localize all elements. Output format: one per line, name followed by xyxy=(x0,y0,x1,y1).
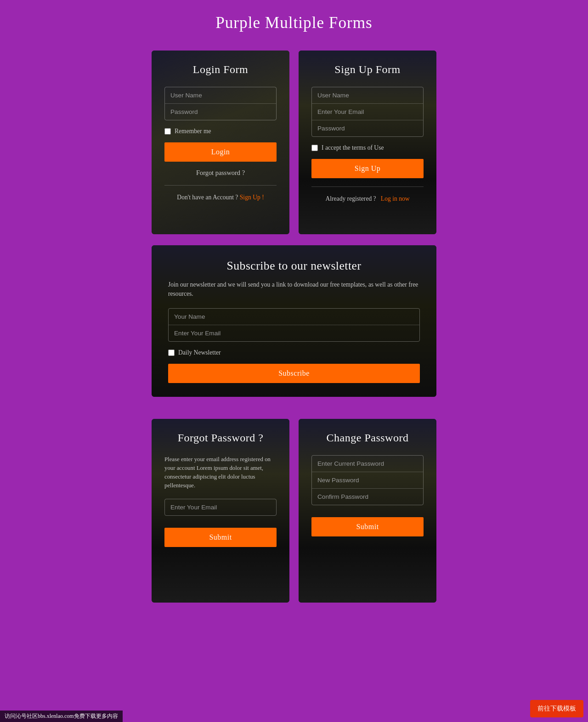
forgot-password-text: Forgot password ? xyxy=(196,169,245,176)
newsletter-row: Subscribe to our newsletter Join our new… xyxy=(9,245,579,408)
login-button[interactable]: Login xyxy=(164,142,277,162)
newsletter-content: Subscribe to our newsletter Join our new… xyxy=(152,245,436,397)
page-title: Purple Multiple Forms xyxy=(9,14,579,32)
login-card-content: Login Form Remember me Login Forgot pass… xyxy=(152,51,289,214)
top-forms-row: Login Form Remember me Login Forgot pass… xyxy=(9,51,579,234)
download-button[interactable]: 前往下载模板 xyxy=(530,700,583,717)
terms-row: I accept the terms of Use xyxy=(311,144,424,152)
change-password-form-card: Change Password Submit xyxy=(299,419,436,603)
signup-email-input[interactable] xyxy=(312,104,423,120)
bottom-forms-row: Forgot Password ? Please enter your emai… xyxy=(9,419,579,603)
daily-newsletter-label: Daily Newsletter xyxy=(178,349,220,356)
newsletter-input-group xyxy=(168,308,420,342)
change-input-group xyxy=(311,455,424,505)
signup-button[interactable]: Sign Up xyxy=(311,159,424,178)
forgot-card-content: Forgot Password ? Please enter your emai… xyxy=(152,419,289,560)
signup-divider xyxy=(311,186,424,187)
change-password-title: Change Password xyxy=(311,432,424,444)
signup-password-input[interactable] xyxy=(312,120,423,136)
change-submit-button[interactable]: Submit xyxy=(311,517,424,536)
forgot-email-input[interactable] xyxy=(165,499,276,515)
forgot-password-title: Forgot Password ? xyxy=(164,432,277,444)
confirm-password-input[interactable] xyxy=(312,489,423,505)
remember-me-label: Remember me xyxy=(175,128,211,135)
terms-label: I accept the terms of Use xyxy=(322,144,384,152)
current-password-input[interactable] xyxy=(312,456,423,472)
change-card-content: Change Password Submit xyxy=(299,419,436,549)
login-username-input[interactable] xyxy=(165,87,276,104)
signup-form-title: Sign Up Form xyxy=(311,63,424,76)
login-form-title: Login Form xyxy=(164,63,277,76)
login-divider xyxy=(164,185,277,186)
signup-username-input[interactable] xyxy=(312,87,423,104)
signup-form-card: Sign Up Form I accept the terms of Use S… xyxy=(299,51,436,234)
signup-card-content: Sign Up Form I accept the terms of Use S… xyxy=(299,51,436,215)
daily-newsletter-checkbox[interactable] xyxy=(168,350,175,356)
newsletter-email-input[interactable] xyxy=(169,325,419,341)
newsletter-name-input[interactable] xyxy=(169,309,419,325)
new-password-input[interactable] xyxy=(312,472,423,489)
remember-me-row: Remember me xyxy=(164,128,277,135)
newsletter-description: Join our newsletter and we will send you… xyxy=(168,280,420,299)
signup-input-group xyxy=(311,87,424,137)
login-input-group xyxy=(164,87,277,120)
login-form-card: Login Form Remember me Login Forgot pass… xyxy=(152,51,289,234)
login-password-input[interactable] xyxy=(165,104,276,120)
already-registered-text: Already registered ? xyxy=(325,195,376,202)
newsletter-form-card: Subscribe to our newsletter Join our new… xyxy=(152,245,436,397)
forgot-submit-button[interactable]: Submit xyxy=(164,528,277,547)
terms-checkbox[interactable] xyxy=(311,145,318,151)
forgot-password-description: Please enter your email address register… xyxy=(164,455,277,491)
newsletter-title: Subscribe to our newsletter xyxy=(168,259,420,273)
login-now-link[interactable]: Log in now xyxy=(381,195,410,202)
signup-link[interactable]: Sign Up ! xyxy=(240,194,264,201)
forgot-input-group xyxy=(164,499,277,516)
remember-me-checkbox[interactable] xyxy=(164,128,171,135)
already-registered-row: Already registered ? Log in now xyxy=(311,195,424,203)
forgot-password-form-card: Forgot Password ? Please enter your emai… xyxy=(152,419,289,603)
watermark-text: 访问沁号社区bbs.xlenlao.com免费下载更多内容 xyxy=(0,711,123,722)
no-account-row: Don't have an Account ? Sign Up ! xyxy=(164,194,277,201)
daily-newsletter-row: Daily Newsletter xyxy=(168,349,420,356)
subscribe-button[interactable]: Subscribe xyxy=(168,364,420,383)
no-account-text: Don't have an Account ? xyxy=(177,194,238,201)
